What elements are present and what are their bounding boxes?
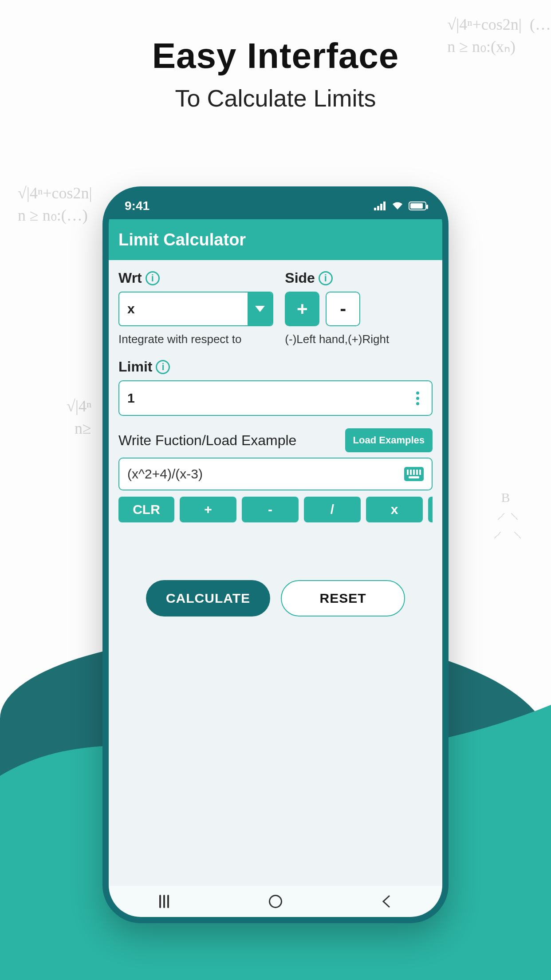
app-bar: Limit Calculator [109,219,442,260]
promo-title: Easy Interface [0,36,551,76]
nav-recent-button[interactable] [142,890,186,913]
decorative-math-ml: √|4ⁿ+cos2n| n ≥ n₀:(…) [18,182,92,227]
function-label: Write Fuction/Load Example [118,432,296,449]
wrt-label: Wrt [118,270,142,286]
toolbar-minus-button[interactable]: - [242,497,299,522]
nav-back-button[interactable] [365,890,409,913]
battery-icon [409,202,426,210]
toolbar-x-button[interactable]: x [366,497,423,522]
promo-subtitle: To Calculate Limits [0,84,551,112]
more-vertical-icon[interactable] [412,387,424,410]
load-examples-button[interactable]: Load Examples [345,428,433,452]
toolbar-divide-button[interactable]: / [304,497,361,522]
wrt-hint: Integrate with respect to [118,332,273,346]
side-minus-button[interactable]: - [326,292,360,326]
keyboard-icon[interactable] [404,467,424,481]
side-hint: (-)Left hand,(+)Right [285,332,433,346]
limit-input[interactable]: 1 [118,380,433,416]
svg-rect-0 [374,208,376,210]
calculate-button[interactable]: CALCULATE [146,580,270,616]
reset-button[interactable]: RESET [281,580,405,616]
svg-rect-1 [377,206,379,210]
symbol-toolbar: CLR + - / x [118,497,433,522]
svg-rect-2 [380,204,382,210]
home-icon [269,895,282,908]
side-label: Side [285,270,315,286]
svg-rect-3 [383,202,386,210]
side-plus-button[interactable]: + [285,292,319,326]
limit-value: 1 [127,391,135,406]
back-icon [382,895,392,908]
wrt-dropdown[interactable]: x [118,292,273,326]
chevron-down-icon [248,292,272,325]
nav-home-button[interactable] [253,890,298,913]
info-icon[interactable]: i [156,360,170,374]
status-time: 9:41 [125,199,150,213]
toolbar-plus-button[interactable]: + [180,497,236,522]
toolbar-more-button[interactable] [428,497,433,522]
wifi-icon [392,202,403,210]
function-input[interactable]: (x^2+4)/(x-3) [118,458,433,490]
wrt-value: x [119,292,248,325]
decorative-math-r: B ⟋⟍ ⟋ ⟍ [488,488,525,544]
limit-label: Limit [118,359,152,375]
decorative-math-low: √|4ⁿ n≥ [67,395,91,440]
android-nav-bar [109,886,442,917]
function-value: (x^2+4)/(x-3) [127,466,203,482]
info-icon[interactable]: i [319,271,333,285]
signal-icon [374,202,386,210]
phone-frame: 9:41 Limit Calculator Wrt i [102,186,449,923]
recent-apps-icon [159,895,169,908]
status-bar: 9:41 [109,193,442,219]
app-title: Limit Calculator [118,230,246,249]
toolbar-clr-button[interactable]: CLR [118,497,174,522]
info-icon[interactable]: i [146,271,160,285]
